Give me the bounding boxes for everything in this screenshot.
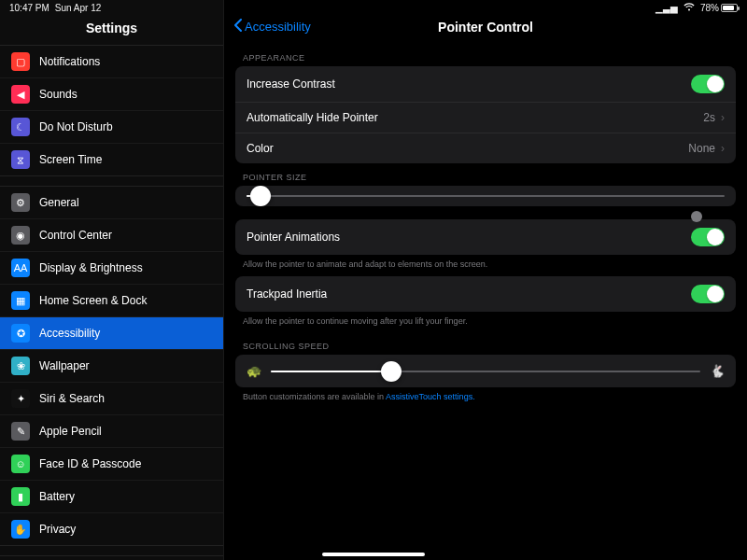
scroll-speed-card: 🐢 🐇 [235,355,736,387]
detail-pane: Accessibility Pointer Control APPEARANCE… [224,0,747,560]
assistivetouch-link[interactable]: AssistiveTouch settings. [386,392,475,401]
app-icon: ⚙ [11,193,30,212]
scroll-speed-slider[interactable]: 🐢 🐇 [235,355,736,387]
app-icon: ◉ [11,226,30,245]
app-icon: ✦ [11,389,30,408]
sidebar-item-battery[interactable]: ▮Battery [0,481,223,513]
row-auto-hide[interactable]: Automatically Hide Pointer 2s › [235,103,736,133]
row-increase-contrast[interactable]: Increase Contrast [235,66,736,103]
sidebar-item-label: Accessibility [39,327,100,340]
app-icon: ✋ [11,520,30,539]
slider-thumb[interactable] [381,361,402,382]
slider-thumb[interactable] [250,186,271,206]
app-icon: ☾ [11,118,30,136]
sidebar-item-label: Apple Pencil [39,425,102,438]
sidebar-item-control-center[interactable]: ◉Control Center [0,219,223,252]
pointer-size-card [235,186,736,206]
app-icon: ▮ [11,487,30,506]
sidebar-item-label: Control Center [39,229,112,242]
row-label: Pointer Animations [247,231,340,244]
app-icon: ☺ [11,455,30,473]
pointer-cursor [691,211,702,222]
row-pointer-animations[interactable]: Pointer Animations [235,219,736,255]
app-icon: ✪ [11,324,30,343]
back-label: Accessibility [245,20,311,34]
sidebar-item-label: Notifications [39,55,100,68]
sidebar-item-general[interactable]: ⚙General [0,187,223,219]
row-label: Trackpad Inertia [247,287,327,301]
pointer-size-slider[interactable] [235,186,736,206]
sidebar-item-apple-pencil[interactable]: ✎Apple Pencil [0,415,223,448]
animations-card: Pointer Animations [235,219,736,255]
rabbit-icon: 🐇 [710,364,725,378]
appearance-header: APPEARANCE [224,44,747,66]
app-icon: ◀︎ [11,85,30,104]
cell-bars-icon: ▁▃▅ [655,3,678,13]
sidebar-item-label: Home Screen & Dock [39,294,147,307]
sidebar-item-label: Privacy [39,523,76,536]
sidebar-item-label: Wallpaper [39,359,90,372]
sidebar-item-itunes-app-store[interactable]: AiTunes & App Store [0,556,223,560]
sidebar-item-face-id-passcode[interactable]: ☺Face ID & Passcode [0,448,223,481]
sidebar-item-do-not-disturb[interactable]: ☾Do Not Disturb [0,111,223,144]
sidebar-item-display-brightness[interactable]: AADisplay & Brightness [0,252,223,285]
status-date: Sun Apr 12 [55,3,101,13]
row-label: Automatically Hide Pointer [247,111,378,124]
sidebar-item-label: Battery [39,490,75,503]
chevron-right-icon: › [721,111,725,124]
sidebar-item-wallpaper[interactable]: ❀Wallpaper [0,350,223,383]
sidebar-item-accessibility[interactable]: ✪Accessibility [0,317,223,350]
toggle-pointer-animations[interactable] [691,228,725,246]
turtle-icon: 🐢 [247,364,261,378]
scroll-speed-header: SCROLLING SPEED [224,332,747,355]
row-value-text: 2s [703,111,715,124]
sidebar-item-privacy[interactable]: ✋Privacy [0,513,223,545]
app-icon: AA [11,259,30,277]
app-icon: ❀ [11,357,30,375]
animations-footer: Allow the pointer to animate and adapt t… [224,255,747,276]
home-indicator[interactable] [322,553,425,556]
row-color[interactable]: Color None › [235,133,736,163]
pointer-size-header: POINTER SIZE [224,163,747,186]
row-label: Increase Contrast [247,77,335,91]
sidebar-item-siri-search[interactable]: ✦Siri & Search [0,383,223,415]
app-icon: ▦ [11,291,30,310]
chevron-right-icon: › [721,142,725,155]
sidebar-item-label: Face ID & Passcode [39,457,141,470]
toggle-increase-contrast[interactable] [691,75,725,93]
sidebar-item-sounds[interactable]: ◀︎Sounds [0,78,223,111]
app-icon: ⧖ [11,150,30,169]
sidebar-item-label: Display & Brightness [39,261,143,274]
row-label: Color [247,142,274,155]
sidebar-item-notifications[interactable]: ▢Notifications [0,46,223,78]
row-value-text: None [688,142,715,155]
sidebar-item-label: Screen Time [39,153,102,166]
sidebar-item-screen-time[interactable]: ⧖Screen Time [0,144,223,175]
sidebar-item-label: Do Not Disturb [39,120,113,133]
sidebar-item-label: Sounds [39,88,78,101]
inertia-card: Trackpad Inertia [235,276,736,312]
inertia-footer: Allow the pointer to continue moving aft… [224,312,747,333]
status-bar: 10:47 PM Sun Apr 12 ▁▃▅ 78% [0,0,747,15]
app-icon: ▢ [11,52,30,71]
sidebar-item-label: General [39,196,79,209]
battery-indicator: 78% [700,3,738,13]
row-trackpad-inertia[interactable]: Trackpad Inertia [235,276,736,312]
sidebar-item-home-screen-dock[interactable]: ▦Home Screen & Dock [0,285,223,317]
chevron-left-icon [233,19,243,35]
appearance-card: Increase Contrast Automatically Hide Poi… [235,66,736,163]
toggle-trackpad-inertia[interactable] [691,285,725,303]
settings-sidebar: Settings ▢Notifications◀︎Sounds☾Do Not D… [0,0,224,560]
buttons-note: Button customizations are available in A… [224,387,747,409]
back-button[interactable]: Accessibility [233,19,311,35]
status-time: 10:47 PM [9,3,49,13]
sidebar-title: Settings [0,15,223,45]
sidebar-item-label: Siri & Search [39,392,105,405]
wifi-icon [684,3,695,13]
app-icon: ✎ [11,422,30,441]
